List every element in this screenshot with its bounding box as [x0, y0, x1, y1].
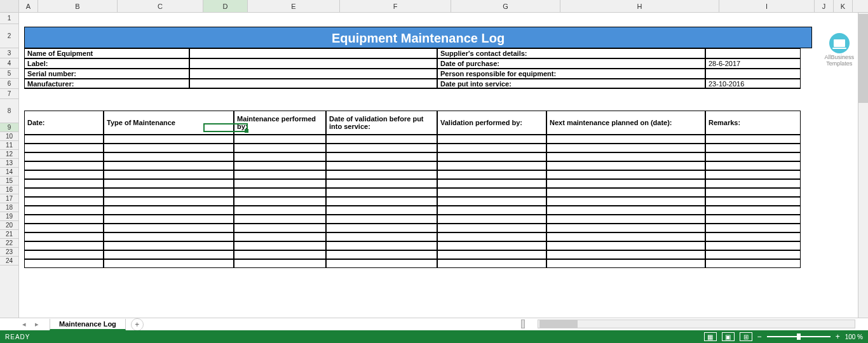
- table-cell[interactable]: [705, 206, 801, 215]
- table-cell[interactable]: [326, 259, 437, 268]
- table-cell[interactable]: [104, 206, 234, 215]
- table-cell[interactable]: [24, 144, 104, 152]
- table-cell[interactable]: [437, 206, 546, 215]
- table-cell[interactable]: [705, 241, 801, 250]
- table-cell[interactable]: [546, 241, 705, 250]
- table-cell[interactable]: [705, 232, 801, 241]
- row-header-6[interactable]: 6: [0, 79, 18, 89]
- row-header-15[interactable]: 15: [0, 177, 18, 185]
- row-header-10[interactable]: 10: [0, 132, 18, 141]
- table-cell[interactable]: [234, 215, 326, 224]
- table-cell[interactable]: [546, 197, 705, 206]
- table-cell[interactable]: [234, 170, 326, 179]
- table-cell[interactable]: [24, 197, 104, 206]
- table-cell[interactable]: [546, 232, 705, 241]
- table-cell[interactable]: [234, 188, 326, 197]
- table-cell[interactable]: [326, 152, 437, 161]
- table-cell[interactable]: [705, 170, 801, 179]
- table-cell[interactable]: [326, 188, 437, 197]
- info-right-value-2[interactable]: [705, 69, 801, 79]
- table-cell[interactable]: [705, 161, 801, 170]
- table-cell[interactable]: [24, 188, 104, 197]
- row-header-17[interactable]: 17: [0, 194, 18, 203]
- info-right-value-0[interactable]: [705, 48, 801, 58]
- row-header-18[interactable]: 18: [0, 203, 18, 212]
- table-cell[interactable]: [104, 179, 234, 188]
- row-header-21[interactable]: 21: [0, 230, 18, 239]
- table-cell[interactable]: [326, 250, 437, 259]
- row-header-16[interactable]: 16: [0, 185, 18, 194]
- table-cell[interactable]: [24, 250, 104, 259]
- row-header-11[interactable]: 11: [0, 141, 18, 150]
- table-cell[interactable]: [326, 215, 437, 224]
- table-cell[interactable]: [705, 259, 801, 268]
- table-cell[interactable]: [437, 250, 546, 259]
- column-header-D[interactable]: D: [203, 0, 248, 12]
- column-header-K[interactable]: K: [834, 0, 853, 12]
- table-cell[interactable]: [24, 259, 104, 268]
- table-cell[interactable]: [326, 224, 437, 232]
- row-header-14[interactable]: 14: [0, 168, 18, 177]
- view-page-break-icon[interactable]: ⊞: [740, 332, 752, 341]
- column-header-C[interactable]: C: [118, 0, 203, 12]
- table-cell[interactable]: [546, 135, 705, 144]
- zoom-out-button[interactable]: −: [757, 332, 762, 341]
- info-right-value-3[interactable]: 23-10-2016: [705, 79, 801, 89]
- table-cell[interactable]: [437, 197, 546, 206]
- row-header-19[interactable]: 19: [0, 212, 18, 221]
- row-header-24[interactable]: 24: [0, 257, 18, 266]
- table-cell[interactable]: [104, 241, 234, 250]
- zoom-in-button[interactable]: +: [836, 332, 840, 341]
- select-all-corner[interactable]: [0, 0, 19, 12]
- table-cell[interactable]: [326, 232, 437, 241]
- table-cell[interactable]: [546, 259, 705, 268]
- table-cell[interactable]: [326, 144, 437, 152]
- view-page-layout-icon[interactable]: ▣: [722, 332, 735, 341]
- table-cell[interactable]: [104, 197, 234, 206]
- table-cell[interactable]: [546, 215, 705, 224]
- table-cell[interactable]: [546, 144, 705, 152]
- row-header-13[interactable]: 13: [0, 159, 18, 168]
- table-cell[interactable]: [104, 170, 234, 179]
- table-cell[interactable]: [234, 152, 326, 161]
- table-cell[interactable]: [24, 241, 104, 250]
- row-header-1[interactable]: 1: [0, 13, 18, 24]
- table-cell[interactable]: [437, 232, 546, 241]
- table-cell[interactable]: [546, 206, 705, 215]
- table-cell[interactable]: [437, 161, 546, 170]
- table-cell[interactable]: [234, 250, 326, 259]
- table-cell[interactable]: [437, 188, 546, 197]
- table-cell[interactable]: [104, 152, 234, 161]
- sheet-tab-active[interactable]: Maintenance Log: [50, 319, 126, 330]
- row-header-12[interactable]: 12: [0, 150, 18, 159]
- row-header-7[interactable]: 7: [0, 89, 18, 99]
- column-header-J[interactable]: J: [815, 0, 834, 12]
- row-header-8[interactable]: 8: [0, 99, 18, 123]
- info-left-value-2[interactable]: [189, 69, 437, 79]
- table-cell[interactable]: [705, 224, 801, 232]
- column-header-F[interactable]: F: [340, 0, 451, 12]
- table-cell[interactable]: [24, 179, 104, 188]
- table-cell[interactable]: [234, 144, 326, 152]
- table-cell[interactable]: [437, 144, 546, 152]
- table-cell[interactable]: [104, 224, 234, 232]
- table-cell[interactable]: [437, 179, 546, 188]
- row-header-2[interactable]: 2: [0, 24, 18, 48]
- info-right-value-1[interactable]: 28-6-2017: [705, 58, 801, 69]
- zoom-slider[interactable]: [767, 336, 831, 337]
- table-cell[interactable]: [234, 206, 326, 215]
- table-cell[interactable]: [437, 152, 546, 161]
- table-cell[interactable]: [234, 179, 326, 188]
- tab-nav-prev[interactable]: ◂: [19, 319, 29, 330]
- horizontal-scrollbar[interactable]: [538, 319, 855, 328]
- column-header-E[interactable]: E: [248, 0, 340, 12]
- add-sheet-button[interactable]: +: [131, 318, 144, 331]
- tab-split-handle[interactable]: [521, 319, 525, 328]
- table-cell[interactable]: [104, 215, 234, 224]
- table-cell[interactable]: [104, 250, 234, 259]
- column-header-A[interactable]: A: [19, 0, 38, 12]
- table-cell[interactable]: [437, 241, 546, 250]
- tab-nav-next[interactable]: ▸: [32, 319, 42, 330]
- row-header-20[interactable]: 20: [0, 221, 18, 230]
- table-cell[interactable]: [705, 152, 801, 161]
